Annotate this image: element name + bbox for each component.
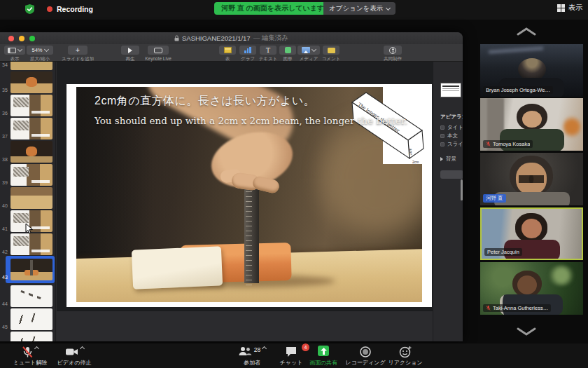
toolbar-keynote-live-label: Keynote Live <box>141 56 175 61</box>
slide-title-japanese: 2cm角の直方体に。長さは長い方がよい。 <box>94 94 315 109</box>
background-disclosure[interactable]: 背景 <box>440 156 456 163</box>
muted-mic-icon <box>486 141 491 147</box>
panel-button-partial[interactable] <box>440 170 463 179</box>
window-edited-status: — 編集済み <box>253 34 288 43</box>
slide-thumbnail-40[interactable]: 40 <box>0 187 56 209</box>
chat-button[interactable]: 4 チャット <box>276 346 307 367</box>
zoom-window-icon[interactable] <box>29 36 35 41</box>
slide-thumbnail-35[interactable]: 35 <box>0 71 56 93</box>
slide-thumbnail-43-selected[interactable]: 43 <box>0 259 56 280</box>
grid-view-icon <box>557 4 565 12</box>
video-camera-icon <box>65 346 78 358</box>
slide-thumbnail-44[interactable]: 44 <box>0 285 56 307</box>
keynote-live-icon <box>154 48 162 53</box>
view-layout-button[interactable]: 表示 <box>557 3 582 13</box>
muted-mic-icon <box>486 305 491 311</box>
participant-video-2[interactable]: Tomoya Kosaka <box>480 98 583 151</box>
panel-scrollbar[interactable] <box>461 179 463 200</box>
slide-layout-thumbnail[interactable] <box>440 83 461 97</box>
disclosure-triangle-icon <box>440 157 443 161</box>
toolbar-table[interactable]: 表 <box>218 46 237 62</box>
toolbar-comment[interactable]: コメント <box>321 46 342 62</box>
checkbox-icon[interactable] <box>440 125 444 130</box>
keynote-toolbar: 表示 54% 拡大/縮小 + スライドを追加 再生 Keynote Live 表 <box>0 44 463 62</box>
comment-icon <box>328 48 335 53</box>
unmute-button[interactable]: ミュート解除 <box>10 346 50 367</box>
format-panel: アピアランス タイトル 本文 スライド番号 背景 <box>433 62 463 341</box>
participants-options-caret[interactable] <box>262 346 267 351</box>
slide-thumbnail-36[interactable]: 36 <box>0 95 56 116</box>
audio-options-caret[interactable] <box>34 346 39 351</box>
toolbar-collaborate[interactable]: 共同制作 <box>381 46 405 62</box>
participants-icon <box>238 346 252 358</box>
chevron-down-icon <box>386 5 391 10</box>
smiley-icon <box>399 346 412 358</box>
participant-name-badge: 河野 直 <box>483 194 506 203</box>
slide-thumbnail-37[interactable]: 37 <box>0 118 56 139</box>
slide-thumbnail-46[interactable]: 46 <box>0 332 56 341</box>
recording-label: Recording <box>57 5 93 13</box>
slide-thumbnail-42[interactable]: 42 <box>0 233 56 255</box>
participant-name-badge: Bryan Joseph Ortega-We… <box>483 86 553 94</box>
option-slide-number-row[interactable]: スライド番号 <box>440 141 463 148</box>
checkbox-icon[interactable] <box>440 142 444 146</box>
presenter-notes-area[interactable] <box>57 311 433 341</box>
beam-diagram: The longer, the better 2cm 2cm <box>348 88 428 165</box>
toolbar-chart[interactable]: グラフ <box>238 46 258 62</box>
checkbox-icon[interactable] <box>440 134 444 138</box>
chat-bubble-icon <box>285 346 298 358</box>
video-options-caret[interactable] <box>79 346 84 351</box>
toolbar-text[interactable]: T テキスト <box>258 46 279 62</box>
keynote-window: SASHIGANE2021/1/17 — 編集済み 表示 54% 拡大/縮小 +… <box>0 32 463 341</box>
view-icon <box>8 48 16 53</box>
scroll-participants-down-button[interactable] <box>515 327 538 336</box>
beam-width-label: 2cm <box>412 160 419 164</box>
current-slide[interactable]: The longer, the better 2cm 2cm 2cm角の直方体に… <box>66 84 432 307</box>
toolbar-shape[interactable]: 図形 <box>279 46 297 62</box>
slide-navigator: 34 35 36 37 38 39 40 41 42 43 44 45 46 <box>0 62 56 341</box>
encryption-shield-icon <box>25 4 34 14</box>
participant-video-3[interactable]: 河野 直 <box>480 153 583 205</box>
slide-thumbnail-39[interactable]: 39 <box>0 164 56 186</box>
media-icon <box>302 47 310 53</box>
participant-video-4-active-speaker[interactable]: Peter Jacquin <box>480 207 583 260</box>
participant-name-badge: Tomoya Kosaka <box>483 140 533 148</box>
muted-mic-icon <box>22 346 33 358</box>
share-options-button[interactable]: オプションを表示 <box>323 2 396 15</box>
participant-video-1[interactable]: Bryan Joseph Ortega-We… <box>480 44 583 97</box>
participants-button[interactable]: 28 参加者 <box>231 346 273 367</box>
chart-icon <box>244 47 251 53</box>
toolbar-media[interactable]: メディア <box>297 46 321 62</box>
participant-video-5[interactable]: Taki-Anna Gutherless… <box>480 262 583 315</box>
reactions-button[interactable]: リアクション <box>386 346 424 367</box>
white-wood-block <box>132 246 223 289</box>
play-icon <box>128 48 132 53</box>
slide-thumbnail-38[interactable]: 38 <box>0 141 56 163</box>
table-icon <box>224 47 232 53</box>
toolbar-zoom[interactable]: 54% 拡大/縮小 <box>27 46 53 62</box>
toolbar-keynote-live[interactable]: Keynote Live <box>141 46 175 61</box>
option-body-row[interactable]: 本文 <box>440 132 458 139</box>
toolbar-play[interactable]: 再生 <box>120 46 140 62</box>
scroll-participants-up-button[interactable] <box>515 27 538 36</box>
zoom-value: 54% <box>31 47 42 53</box>
window-traffic-lights[interactable] <box>8 36 35 41</box>
option-title-row[interactable]: タイトル <box>440 124 463 131</box>
stop-video-button[interactable]: ビデオの停止 <box>53 346 95 367</box>
meeting-top-bar: Recording 河野 直 の画面を表示しています オプションを表示 表示 <box>0 0 588 20</box>
glasses <box>519 175 544 183</box>
toolbar-add-slide[interactable]: + スライドを追加 <box>62 46 94 62</box>
slide-thumbnail-45[interactable]: 45 <box>0 308 56 330</box>
recording-button[interactable]: レコーディング <box>343 346 388 367</box>
slide-subtitle-english: You should end up with a 2cm x 2cm beam,… <box>94 115 407 126</box>
share-options-label: オプションを表示 <box>329 4 383 13</box>
toolbar-view[interactable]: 表示 <box>4 46 25 62</box>
recording-dot-icon <box>47 6 52 12</box>
minimize-window-icon[interactable] <box>19 36 24 41</box>
close-window-icon[interactable] <box>8 36 14 41</box>
share-screen-button[interactable]: 画面の共有 <box>305 346 342 367</box>
slide-thumbnail-34[interactable]: 34 <box>0 62 56 70</box>
record-icon <box>359 346 372 358</box>
view-layout-label: 表示 <box>568 3 582 13</box>
share-banner-text: 河野 直 の画面を表示しています <box>221 4 324 13</box>
